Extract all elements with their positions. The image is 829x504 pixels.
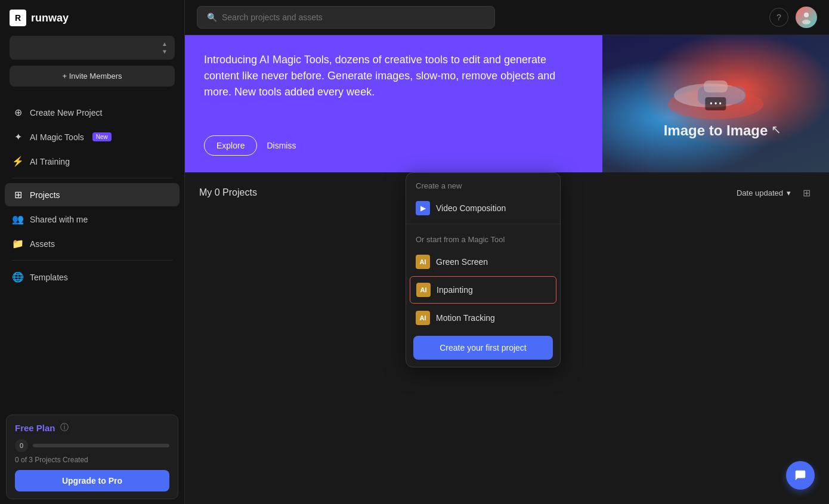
date-sort-selector[interactable]: Date updated ▾ xyxy=(737,188,791,197)
banner-image-label: Image to Image xyxy=(664,122,768,139)
motion-tracking-label: Motion Tracking xyxy=(436,313,495,323)
magic-tools-section-label: Or start from a Magic Tool xyxy=(406,227,560,249)
inpainting-ai-icon: AI xyxy=(416,283,431,297)
sidebar-item-label: Shared with me xyxy=(30,215,88,224)
avatar[interactable] xyxy=(796,7,817,28)
progress-bar xyxy=(33,444,169,447)
svg-rect-5 xyxy=(704,81,728,92)
content-area: My 0 Projects Date updated ▾ ⊞ Create a … xyxy=(185,172,829,504)
inpainting-label: Inpainting xyxy=(437,285,473,295)
sidebar-item-templates[interactable]: 🌐 Templates xyxy=(5,265,180,289)
logo-icon: R xyxy=(10,10,26,26)
sidebar: R runway ▲ ▼ + Invite Members ⊕ Create N… xyxy=(0,0,185,504)
svg-point-0 xyxy=(804,13,809,17)
sidebar-item-label: AI Magic Tools xyxy=(30,132,84,142)
sort-chevron-icon: ▾ xyxy=(787,188,791,197)
progress-bar-container: 0 xyxy=(15,439,169,452)
sidebar-item-label: Projects xyxy=(30,190,60,200)
info-icon[interactable]: ⓘ xyxy=(60,422,69,433)
explore-button[interactable]: Explore xyxy=(204,135,257,156)
video-composition-label: Video Composition xyxy=(436,203,506,213)
cursor-icon: ↖ xyxy=(771,122,781,137)
logo-area: R runway xyxy=(10,10,175,26)
banner-image-overlay: • • • Image to Image ↖ xyxy=(602,35,829,172)
create-first-project-button[interactable]: Create your first project xyxy=(413,336,553,360)
projects-icon: ⊞ xyxy=(12,189,24,200)
sidebar-item-shared-with-me[interactable]: 👥 Shared with me xyxy=(5,208,180,231)
workspace-arrows-icon: ▲ ▼ xyxy=(162,41,168,55)
help-button[interactable]: ? xyxy=(769,8,788,27)
people-icon: 👥 xyxy=(12,214,24,225)
projects-used-count: 0 xyxy=(15,439,28,452)
folder-icon: 📁 xyxy=(12,238,24,249)
upgrade-to-pro-button[interactable]: Upgrade to Pro xyxy=(15,470,169,491)
green-screen-label: Green Screen xyxy=(436,257,488,267)
sidebar-item-assets[interactable]: 📁 Assets xyxy=(5,232,180,255)
more-options-dots: • • • xyxy=(705,97,726,110)
grid-toggle: ⊞ xyxy=(798,184,815,201)
banner-text: Introducing AI Magic Tools, dozens of cr… xyxy=(185,35,602,172)
sidebar-item-ai-training[interactable]: ⚡ AI Training xyxy=(5,150,180,173)
sidebar-item-label: Assets xyxy=(30,239,55,249)
green-screen-ai-icon: AI xyxy=(416,255,430,269)
lightning-icon: ⚡ xyxy=(12,156,24,167)
svg-point-1 xyxy=(802,20,811,24)
free-plan-title: Free Plan ⓘ xyxy=(15,422,169,433)
magic-wand-icon: ✦ xyxy=(12,131,24,143)
banner-image: • • • Image to Image ↖ xyxy=(602,35,829,172)
dismiss-button[interactable]: Dismiss xyxy=(267,141,296,150)
projects-controls: Date updated ▾ ⊞ xyxy=(737,184,815,201)
dropdown-divider xyxy=(406,224,560,224)
motion-tracking-item[interactable]: AI Motion Tracking xyxy=(406,305,560,331)
sidebar-item-label: AI Training xyxy=(30,157,70,166)
sidebar-item-label: Templates xyxy=(30,273,68,282)
globe-icon: 🌐 xyxy=(12,271,24,283)
sidebar-item-label: Create New Project xyxy=(30,108,102,118)
create-section-label: Create a new xyxy=(406,173,560,195)
banner-actions: Explore Dismiss xyxy=(204,135,583,156)
video-composition-item[interactable]: ▶ Video Composition xyxy=(406,195,560,221)
sidebar-top: R runway ▲ ▼ + Invite Members xyxy=(0,0,184,101)
sidebar-item-create-new-project[interactable]: ⊕ Create New Project xyxy=(5,101,180,124)
workspace-selector[interactable]: ▲ ▼ xyxy=(10,36,175,60)
create-new-dropdown: Create a new ▶ Video Composition Or star… xyxy=(406,172,561,367)
green-screen-item[interactable]: AI Green Screen xyxy=(406,249,560,275)
search-input[interactable] xyxy=(222,13,485,22)
project-count-text: 0 of 3 Projects Created xyxy=(15,456,169,464)
motion-tracking-ai-icon: AI xyxy=(416,311,430,325)
inpainting-item[interactable]: AI Inpainting xyxy=(410,276,556,304)
header: 🔍 ? xyxy=(185,0,829,35)
banner: Introducing AI Magic Tools, dozens of cr… xyxy=(185,35,829,172)
free-plan-section: Free Plan ⓘ 0 0 of 3 Projects Created Up… xyxy=(6,415,178,499)
sidebar-item-projects[interactable]: ⊞ Projects xyxy=(5,183,180,206)
sidebar-divider-2 xyxy=(12,260,172,261)
sidebar-divider xyxy=(12,178,172,178)
sidebar-nav: ⊕ Create New Project ✦ AI Magic Tools Ne… xyxy=(0,101,184,410)
main-content: 🔍 ? Introducing AI Magic Tools, dozens o… xyxy=(185,0,829,504)
new-badge: New xyxy=(92,132,112,141)
chat-bubble[interactable] xyxy=(786,461,815,490)
search-icon: 🔍 xyxy=(207,13,217,22)
banner-title: Introducing AI Magic Tools, dozens of cr… xyxy=(204,52,583,100)
invite-members-button[interactable]: + Invite Members xyxy=(10,66,175,86)
header-right: ? xyxy=(769,7,817,28)
sort-label: Date updated xyxy=(737,188,783,197)
sidebar-item-ai-magic-tools[interactable]: ✦ AI Magic Tools New xyxy=(5,125,180,149)
projects-title: My 0 Projects xyxy=(199,187,257,198)
video-composition-icon: ▶ xyxy=(416,201,430,215)
grid-view-button[interactable]: ⊞ xyxy=(798,184,815,201)
plus-icon: ⊕ xyxy=(12,107,24,118)
logo-text: runway xyxy=(31,12,69,24)
search-bar: 🔍 xyxy=(197,6,495,29)
free-plan-label: Free Plan xyxy=(15,423,55,433)
